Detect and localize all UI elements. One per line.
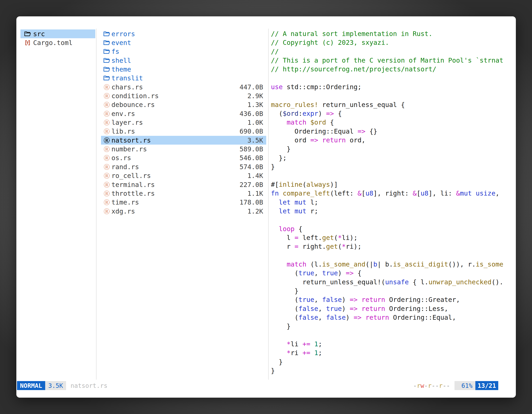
file-row[interactable]: Ros.rs546.0B <box>101 154 266 163</box>
rust-file-icon: R <box>103 84 110 91</box>
file-row[interactable]: Rtime.rs178.0B <box>101 198 266 207</box>
code-line: } <box>271 287 515 295</box>
file-row[interactable]: Rlib.rs690.0B <box>101 127 266 136</box>
code-line: match $ord { <box>271 118 515 127</box>
code-line: (true, false) => return Ordering::Greate… <box>271 295 515 304</box>
dir-row[interactable]: shell <box>101 56 266 65</box>
file-name: ro_cell.rs <box>111 172 151 180</box>
code-line <box>271 331 515 340</box>
file-name: debounce.rs <box>111 101 155 109</box>
status-filename: natsort.rs <box>71 381 108 390</box>
code-line: }; <box>271 154 515 163</box>
code-line <box>271 171 515 180</box>
dir-row[interactable]: theme <box>101 65 266 74</box>
code-line: } <box>271 144 515 154</box>
dir-row[interactable]: event <box>101 38 266 47</box>
file-name: translit <box>111 74 143 82</box>
dir-row[interactable]: errors <box>101 29 266 38</box>
yazi-window: srcCargo.toml errorseventfsshellthemetra… <box>16 16 516 398</box>
file-row[interactable]: Renv.rs436.0B <box>101 109 266 118</box>
rust-file-icon: R <box>103 208 110 215</box>
file-size: 178.0B <box>239 198 266 206</box>
file-name: env.rs <box>111 110 135 118</box>
code-line: // A natural sort implementation in Rust… <box>271 29 515 38</box>
status-bar-right: -rw-r--r-- 61% 13/21 <box>413 381 498 390</box>
code-line: (false, true) => return Ordering::Less, <box>271 304 515 313</box>
file-name: rand.rs <box>111 163 139 171</box>
svg-text:R: R <box>105 111 108 116</box>
rust-file-icon: R <box>103 146 110 153</box>
file-row[interactable]: Rrand.rs574.0B <box>101 163 266 171</box>
file-row[interactable]: Rlayer.rs1.0K <box>101 118 266 127</box>
file-size-badge: 3.5K <box>45 381 66 390</box>
dir-row[interactable]: fs <box>101 47 266 56</box>
file-row[interactable]: Rthrottle.rs1.1K <box>101 189 266 198</box>
file-name: event <box>111 39 131 47</box>
file-size: 1.2K <box>247 207 266 215</box>
folder-icon <box>103 75 110 82</box>
code-line: // Copyright (c) 2023, sxyazi. <box>271 38 515 47</box>
pane-divider-right <box>268 29 269 380</box>
svg-text:R: R <box>105 200 108 204</box>
dir-row[interactable]: src <box>20 29 95 38</box>
pane-divider-left <box>96 29 96 380</box>
svg-text:R: R <box>105 138 108 142</box>
permissions-indicator: -rw-r--r-- <box>413 381 450 390</box>
code-line: macro_rules! return_unless_equal { <box>271 100 515 109</box>
folder-icon <box>103 48 110 55</box>
file-size: 227.0B <box>239 181 266 189</box>
file-row[interactable]: Rchars.rs447.0B <box>101 83 266 91</box>
file-size: 447.0B <box>239 83 266 91</box>
file-size: 574.0B <box>239 163 266 171</box>
svg-text:R: R <box>105 129 108 134</box>
parent-directory-pane: srcCargo.toml <box>20 29 95 47</box>
code-line <box>271 74 515 83</box>
file-row[interactable]: Rcondition.rs2.9K <box>101 91 266 100</box>
code-line: l = left.get(*li); <box>271 233 515 242</box>
status-bar: NORMAL 3.5K natsort.rs -rw-r--r-- 61% 13… <box>16 381 516 390</box>
file-name: layer.rs <box>111 119 143 126</box>
file-row[interactable]: Rnatsort.rs3.5K <box>101 136 266 144</box>
file-size: 589.0B <box>239 145 266 153</box>
rust-file-icon: R <box>103 190 110 197</box>
file-name: lib.rs <box>111 127 135 135</box>
svg-text:R: R <box>105 183 108 187</box>
code-line: let mut l; <box>271 198 515 207</box>
code-line: let mut r; <box>271 207 515 216</box>
file-row[interactable]: Rterminal.rs227.0B <box>101 180 266 189</box>
file-row[interactable]: Rdebounce.rs1.3K <box>101 100 266 109</box>
file-size: 3.5K <box>247 136 266 144</box>
code-line: loop { <box>271 225 515 233</box>
file-size: 1.3K <box>247 101 266 109</box>
svg-text:R: R <box>105 103 108 107</box>
file-name: chars.rs <box>111 83 143 91</box>
code-line: // http://sourcefrog.net/projects/natsor… <box>271 65 515 74</box>
file-size: 1.0K <box>247 119 266 126</box>
file-row[interactable]: Rxdg.rs1.2K <box>101 207 266 216</box>
file-row[interactable]: Rnumber.rs589.0B <box>101 144 266 154</box>
file-name: number.rs <box>111 145 147 153</box>
folder-open-icon <box>24 30 31 38</box>
code-line <box>271 251 515 260</box>
dir-row[interactable]: translit <box>101 74 266 83</box>
code-line: fn compare_left(left: &[u8], right: &[u8… <box>271 189 515 198</box>
rust-file-icon: R <box>103 172 110 179</box>
code-line <box>271 91 515 100</box>
code-line: (false, false) => return Ordering::Equal… <box>271 313 515 322</box>
file-name: throttle.rs <box>111 190 155 197</box>
code-line: ($ord:expr) => { <box>271 109 515 118</box>
current-directory-pane: errorseventfsshellthemetranslitRchars.rs… <box>101 29 266 216</box>
code-line: match (l.is_some_and(|b| b.is_ascii_digi… <box>271 260 515 269</box>
code-line: Ordering::Equal => {} <box>271 127 515 136</box>
file-row[interactable]: Cargo.toml <box>20 38 95 47</box>
folder-icon <box>103 30 110 38</box>
svg-text:R: R <box>105 85 108 89</box>
code-line <box>271 216 515 224</box>
file-size: 690.0B <box>239 127 266 135</box>
file-size: 2.9K <box>247 92 266 100</box>
code-line: r = right.get(*ri); <box>271 242 515 251</box>
folder-icon <box>103 57 110 64</box>
file-row[interactable]: Rro_cell.rs1.4K <box>101 171 266 180</box>
file-name: xdg.rs <box>111 207 135 215</box>
svg-text:R: R <box>105 191 108 195</box>
